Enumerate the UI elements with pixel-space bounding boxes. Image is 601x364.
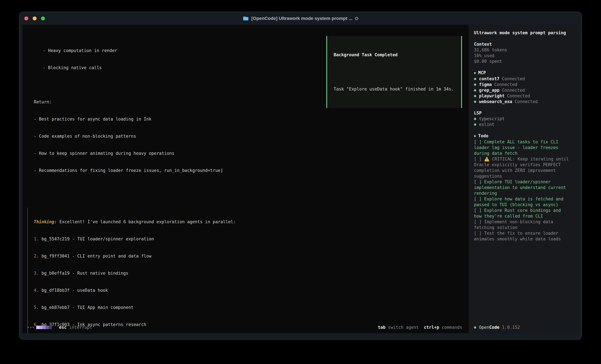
mcp-item: context7Connected [474, 76, 570, 82]
status-dot-icon [474, 124, 476, 126]
proxy-circle-icon [355, 17, 358, 20]
transcript-line: - Code examples of non-blocking patterns [34, 134, 469, 139]
ctrlp-key-hint: ctrl+p [424, 325, 439, 330]
window-title: [OpenCode] Ultrawork mode system prompt … [243, 16, 358, 21]
thinking-item: 3. bg_b0effa19 - Rust native bindings [34, 270, 469, 276]
app-version: 1.0.152 [500, 325, 520, 330]
context-used: 16% used [474, 53, 570, 58]
triangle-down-icon: ▼ [474, 134, 476, 138]
todo-item: [ ] Test the fix to ensure loader animat… [474, 230, 570, 242]
esc-key-hint: esc [59, 325, 67, 330]
terminal-main-panel: - Heavy computation in render - Blocking… [22, 25, 469, 333]
thinking-line: Thinking: Excellent! I've launched 6 bac… [34, 219, 469, 225]
mcp-section-header[interactable]: ▼MCP [474, 70, 570, 76]
status-dot-icon [474, 118, 476, 120]
spinner-gradient-icon [36, 326, 52, 329]
status-dot-icon [474, 89, 476, 92]
todo-item: [ ] Explore how data is fetched and pass… [474, 196, 570, 208]
todo-item: [ ] Implement non-blocking data fetching… [474, 219, 570, 230]
status-left: esc interrupt [28, 325, 92, 330]
mcp-item: figmaConnected [474, 82, 570, 87]
status-right: tab switch agent ctrl+p commands [378, 325, 462, 330]
triangle-down-icon: ▼ [474, 71, 476, 75]
sidebar: Ultrawork mode system prompt parsing Con… [469, 25, 579, 333]
sidebar-session-title: Ultrawork mode system prompt parsing [474, 30, 570, 36]
background-task-notification: Background Task Completed Task "Explore … [326, 36, 462, 108]
mcp-item: websearch_exaConnected [474, 99, 570, 105]
todo-item: [ ] Explore Rust core bindings and how t… [474, 208, 570, 219]
folder-icon [243, 16, 249, 21]
brand-name: Open [479, 325, 489, 330]
status-dot-icon [474, 78, 476, 80]
thinking-block: Thinking: Excellent! I've launched 6 bac… [27, 208, 469, 333]
context-spent: $0.00 spent [474, 58, 570, 64]
window-title-text: [OpenCode] Ultrawork mode system prompt … [251, 16, 352, 21]
terminal-window: [OpenCode] Ultrawork mode system prompt … [19, 12, 582, 340]
todo-item: [ ] ⚠️ CRITICAL: Keep iterating until Or… [474, 156, 570, 179]
todo-item: [ ] Explore TUI loader/spinner implement… [474, 179, 570, 196]
content-row: - Heavy computation in render - Blocking… [22, 25, 579, 333]
sidebar-footer: OpenCode 1.0.152 [474, 325, 520, 330]
titlebar: [OpenCode] Ultrawork mode system prompt … [20, 12, 581, 25]
maximize-button[interactable] [41, 17, 45, 20]
status-dot-icon [474, 95, 476, 97]
notification-body: Task "Explore useData hook" finished in … [334, 86, 461, 92]
todo-item: [ ] Complete ALL tasks to fix CLI loader… [474, 139, 570, 156]
lsp-item: typescript [474, 116, 570, 122]
todo-section-header[interactable]: ▼Todo [474, 133, 570, 139]
spinner-dots-icon [28, 327, 34, 328]
thinking-label: Thinking: [34, 219, 57, 224]
window-controls [24, 12, 45, 25]
tab-key-hint: tab [378, 325, 385, 330]
lsp-section-header: LSP [474, 110, 570, 116]
transcript-line: - Best practices for async data loading … [34, 116, 469, 122]
close-button[interactable] [24, 17, 28, 20]
thinking-item: 4. bg_df18bb3f - useData hook [34, 287, 469, 293]
transcript-line: - How to keep spinner animating during h… [34, 151, 469, 156]
status-dot-icon [474, 326, 476, 329]
minimize-button[interactable] [33, 17, 37, 20]
lsp-item: eslint [474, 122, 570, 127]
mcp-item: playwrightConnected [474, 93, 570, 99]
status-dot-icon [474, 101, 476, 103]
mcp-item: grep_appConnected [474, 87, 570, 93]
context-section-header: Context [474, 41, 570, 47]
context-tokens: 31,686 tokens [474, 47, 570, 53]
warning-icon: ⚠️ [484, 157, 490, 162]
status-dot-icon [474, 84, 476, 86]
desktop: { "titlebar": { "title": "[OpenCode] Ult… [0, 0, 601, 364]
thinking-item: 5. bg_eb87ebb7 - TUI App main component [34, 305, 469, 310]
status-bar: esc interrupt tab switch agent ctrl+p co… [28, 325, 462, 330]
thinking-item: 2. bg_f9ff3041 - CLI entry point and dat… [34, 253, 469, 259]
thinking-item: 1. bg_5547c219 - TUI loader/spinner expl… [34, 236, 469, 242]
notification-title: Background Task Completed [334, 52, 461, 58]
transcript-line: - Recommendations for fixing loader free… [34, 168, 469, 173]
